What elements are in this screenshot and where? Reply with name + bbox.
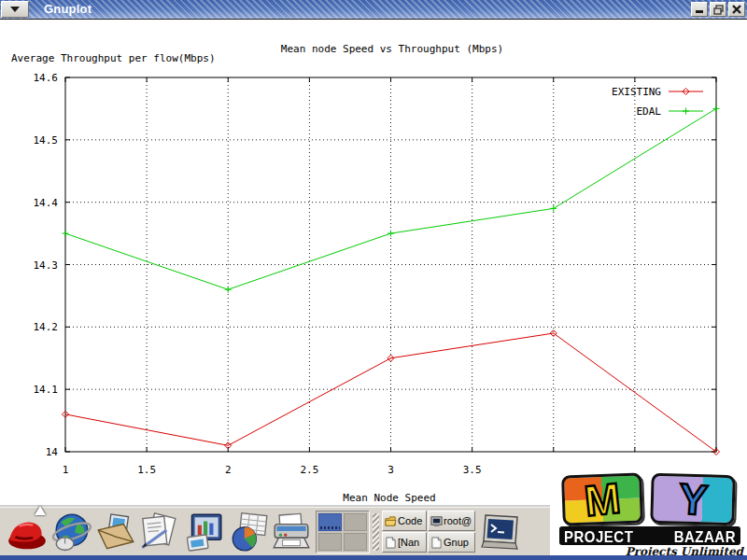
web-browser-icon[interactable] (51, 511, 94, 553)
legend-label: EDAL (637, 105, 662, 118)
email-icon[interactable] (94, 511, 137, 553)
workspace-3[interactable] (318, 533, 342, 551)
folder-icon (385, 515, 397, 527)
window-menu-button[interactable] (1, 1, 29, 18)
task-label: Code (398, 515, 422, 526)
document-icon (430, 537, 443, 549)
close-button[interactable] (728, 2, 745, 17)
presentation-icon[interactable] (182, 511, 225, 553)
minimize-button[interactable] (691, 2, 708, 17)
task-button-code[interactable]: Code (382, 511, 427, 531)
terminal-window-icon (430, 515, 443, 527)
y-tick-label: 14.5 (34, 134, 59, 147)
series-line-existing (65, 333, 716, 452)
y-tick-label: 14 (46, 446, 59, 458)
task-button-root-terminal[interactable]: root@ (428, 511, 475, 531)
chart-xlabel: Mean Node Speed (343, 492, 435, 504)
taskbar-panel: Code root@ [Nan (0, 507, 550, 555)
logo-band: PROJECT BAZAAR (559, 526, 740, 545)
document-icon (385, 537, 397, 549)
project-bazaar-watermark: M Y PROJECT BAZAAR Projects Unlimited (557, 471, 744, 558)
chart-title: Mean node Speed vs Throughput (Mbps) (281, 43, 503, 55)
task-button-gnuplot[interactable]: Gnup (428, 532, 475, 553)
x-tick-label: 1 (63, 464, 69, 476)
logo-word-project: PROJECT (564, 527, 633, 545)
y-tick-label: 14.6 (34, 72, 59, 84)
window-controls (691, 2, 745, 17)
y-tick-label: 14.1 (34, 384, 59, 396)
restore-button[interactable] (710, 2, 726, 17)
task-label: Gnup (444, 537, 469, 548)
logo-tile-m: M (561, 473, 643, 526)
close-icon (732, 5, 741, 14)
window-task-list: Code root@ [Nan (382, 511, 475, 553)
legend-label: EXISTING (612, 86, 661, 98)
emblem-triangle-icon (35, 506, 46, 515)
logo-letter-y: Y (677, 477, 709, 522)
window-title: Gnuplot (44, 0, 92, 20)
series-line-edal (65, 108, 716, 289)
x-tick-label: 3.5 (463, 464, 482, 476)
logo-word-bazaar: BAZAAR (674, 527, 736, 545)
main-menu-red-hat-icon[interactable] (6, 511, 49, 553)
y-tick-label: 14.3 (34, 259, 59, 272)
bottom-edge-strip (0, 555, 747, 560)
printer-icon[interactable] (270, 511, 313, 553)
workspace-4[interactable] (344, 533, 367, 551)
logo-letter-m: M (583, 476, 623, 523)
y-tick-label: 14.4 (34, 197, 59, 209)
workspace-pager[interactable] (316, 511, 370, 553)
chart-ylabel: Average Throughput per flow(Mbps) (11, 52, 216, 64)
logo-tile-y: Y (650, 473, 735, 525)
x-tick-label: 2.5 (300, 464, 318, 476)
terminal-launcher-icon[interactable] (480, 511, 521, 553)
desktop-screen: Gnuplot 11.522.533.51414.114.214.314 (0, 0, 747, 560)
minimize-icon (695, 5, 704, 14)
chevron-down-icon (9, 6, 21, 13)
workspace-1-active[interactable] (318, 513, 342, 531)
window-titlebar: Gnuplot (0, 0, 747, 20)
task-label: [Nan (398, 537, 419, 548)
workspace-2[interactable] (344, 513, 367, 531)
y-tick-label: 14.2 (34, 321, 59, 333)
x-tick-label: 2 (225, 464, 232, 476)
task-button-nano[interactable]: [Nan (382, 532, 427, 553)
panel-drag-handle[interactable] (373, 513, 379, 551)
word-processor-icon[interactable] (137, 511, 180, 553)
x-tick-label: 3 (388, 464, 394, 476)
x-tick-label: 1.5 (137, 464, 156, 476)
spreadsheet-icon[interactable] (227, 511, 270, 553)
throughput-line-chart: 11.522.533.51414.114.214.314.414.514.6EX… (0, 21, 747, 508)
restore-icon (713, 5, 724, 15)
task-label: root@ (444, 515, 472, 526)
